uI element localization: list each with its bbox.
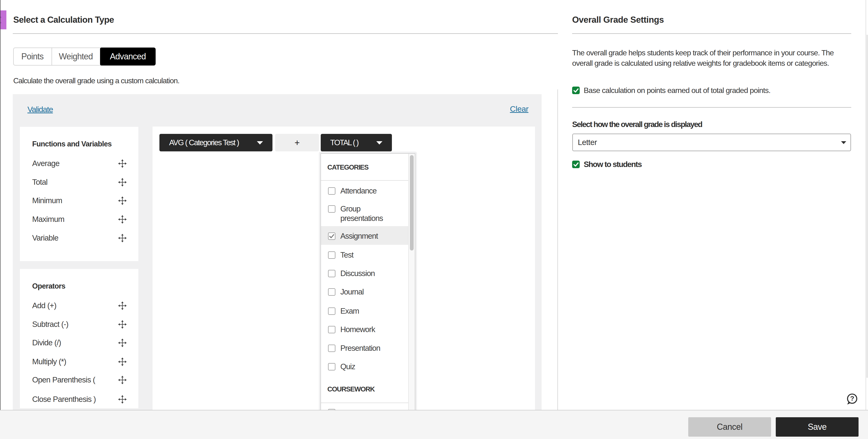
svg-text:?: ? — [850, 395, 854, 402]
